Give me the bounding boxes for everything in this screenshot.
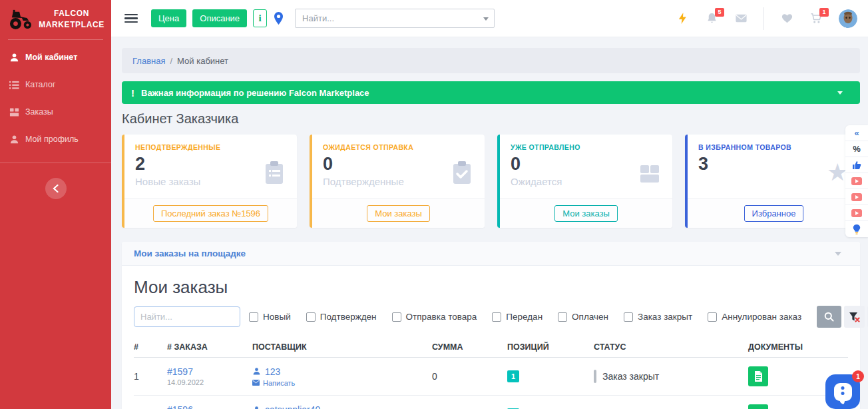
positions-badge: 1 (507, 370, 519, 382)
filter-closed[interactable]: Заказ закрыт (624, 312, 692, 322)
package-icon (639, 161, 660, 184)
checkbox[interactable] (624, 312, 633, 322)
sidebar-item-my-cabinet[interactable]: Мой кабинет (0, 44, 111, 71)
video-button[interactable] (845, 205, 868, 221)
last-order-button[interactable]: Последний заказ №1596 (153, 205, 268, 222)
checkbox[interactable] (708, 312, 717, 322)
video-button[interactable] (845, 173, 868, 189)
orders-panel-header[interactable]: Мои заказы на площадке (122, 242, 860, 266)
checkbox[interactable] (492, 312, 501, 322)
search-button[interactable] (817, 306, 841, 328)
app-window: FALCON MARKETPLACE Мой кабинет Каталог З… (0, 0, 868, 409)
breadcrumb-home-link[interactable]: Главная (132, 56, 165, 66)
order-link[interactable]: #1597 (167, 366, 252, 377)
menu-toggle-icon[interactable] (124, 14, 138, 23)
orders-panel: Мои заказы на площадке Мои заказы Новый … (122, 242, 860, 409)
brand[interactable]: FALCON MARKETPLACE (0, 0, 111, 38)
search-icon (824, 312, 834, 322)
write-message-link[interactable]: Написать (252, 379, 432, 387)
chat-badge: 1 (852, 370, 864, 382)
user-icon (9, 135, 19, 145)
user-icon (9, 53, 19, 63)
breadcrumb-current: Мой кабинет (177, 56, 228, 66)
orders-search-input[interactable] (134, 306, 240, 327)
cart-icon[interactable]: 1 (809, 12, 823, 25)
orders-table-header: # # ЗАКАЗА ПОСТАВЩИК СУММА ПОЗИЦИЙ СТАТУ… (134, 336, 848, 358)
chat-widget-button[interactable]: 1 (825, 374, 860, 409)
card-favorites: В ИЗБРАННОМ ТОВАРОВ 3 ★ Избранное (685, 135, 860, 228)
documents-button[interactable] (748, 366, 768, 386)
chevron-down-icon[interactable] (835, 252, 841, 256)
filter-cancelled[interactable]: Аннулирован заказ (708, 312, 801, 322)
sidebar-item-my-profile[interactable]: Мой профиль (0, 126, 111, 153)
bell-badge: 5 (715, 8, 724, 17)
alert-text: Важная информация по решению Falcon Mark… (141, 88, 369, 98)
my-orders-button[interactable]: Мои заказы (554, 205, 618, 222)
breadcrumb-separator: / (170, 56, 172, 66)
sidebar-collapse-area (0, 163, 111, 199)
status-text: Заказ закрыт (602, 371, 659, 382)
price-button[interactable]: Цена (151, 9, 186, 27)
sidebar: FALCON MARKETPLACE Мой кабинет Каталог З… (0, 0, 111, 409)
sidebar-collapse-button[interactable] (45, 178, 67, 199)
lightning-icon[interactable] (676, 12, 689, 25)
tips-button[interactable] (845, 221, 868, 237)
checkbox[interactable] (249, 312, 258, 322)
chevron-down-icon[interactable] (483, 17, 489, 21)
sidebar-item-label: Мой профиль (25, 135, 79, 144)
topbar-divider (763, 7, 764, 30)
info-button[interactable]: i (253, 9, 267, 27)
supplier-link[interactable]: 123 (252, 366, 432, 377)
col-header-order: # ЗАКАЗА (167, 342, 252, 352)
filter-handed-over[interactable]: Передан (492, 312, 542, 322)
checkbox[interactable] (392, 312, 401, 322)
sidebar-item-orders[interactable]: Заказы (0, 99, 111, 126)
breadcrumb: Главная / Мой кабинет (122, 48, 860, 73)
card-awaiting-shipment: ОЖИДАЕТСЯ ОТПРАВКА 0 Подтвержденные Мои … (310, 135, 485, 228)
sidebar-divider (8, 39, 103, 40)
thumbs-up-icon (852, 161, 861, 170)
card-unconfirmed: НЕПОДТВЕРЖДЕННЫЕ 2 Новые заказы Последни… (122, 135, 297, 228)
chevron-down-icon[interactable] (837, 91, 843, 95)
orders-title: Мои заказы (134, 277, 848, 298)
favorites-button[interactable]: Избранное (744, 205, 804, 222)
video-icon (851, 177, 862, 185)
description-button[interactable]: Описание (192, 9, 247, 27)
my-orders-button[interactable]: Мои заказы (367, 205, 430, 222)
col-header-sum: СУММА (432, 342, 507, 352)
clipboard-list-icon (264, 161, 285, 184)
documents-button[interactable] (748, 404, 768, 409)
discounts-button[interactable]: % (845, 141, 868, 157)
notifications-bell-icon[interactable]: 5 (705, 12, 718, 25)
checkbox[interactable] (306, 312, 316, 322)
clear-filter-button[interactable] (844, 306, 865, 328)
important-info-alert[interactable]: ! Важная информация по решению Falcon Ma… (122, 81, 860, 104)
video-icon (851, 193, 862, 201)
user-icon (252, 406, 261, 409)
order-link[interactable]: #1596 (167, 404, 252, 409)
percent-icon: % (853, 144, 861, 154)
topbar-search-input[interactable] (295, 9, 495, 28)
card-title: ОЖИДАЕТСЯ ОТПРАВКА (323, 143, 474, 151)
collapse-strip-button[interactable]: « (845, 125, 868, 141)
filter-paid[interactable]: Оплачен (558, 312, 608, 322)
table-row: 1 #1597 14.09.2022 123 (134, 358, 848, 396)
topbar-icons: 5 1 (676, 7, 857, 30)
topbar-search (295, 9, 495, 28)
location-pin-icon[interactable] (274, 12, 284, 25)
filter-shipping[interactable]: Отправка товара (392, 312, 477, 322)
favorites-heart-icon[interactable] (780, 12, 793, 25)
supplier-link[interactable]: catsupplier40 (252, 404, 432, 409)
filter-confirmed[interactable]: Подтвержден (306, 312, 377, 322)
filter-new[interactable]: Новый (249, 312, 291, 322)
list-icon (9, 80, 19, 90)
checkbox[interactable] (558, 312, 567, 322)
messages-envelope-icon[interactable] (734, 12, 748, 25)
user-avatar[interactable] (839, 9, 857, 28)
col-header-supplier: ПОСТАВЩИК (252, 342, 432, 352)
recommend-button[interactable] (845, 157, 868, 173)
video-icon (851, 209, 862, 217)
video-button[interactable] (845, 189, 868, 205)
sidebar-item-catalog[interactable]: Каталог (0, 71, 111, 99)
mail-icon (252, 380, 260, 386)
